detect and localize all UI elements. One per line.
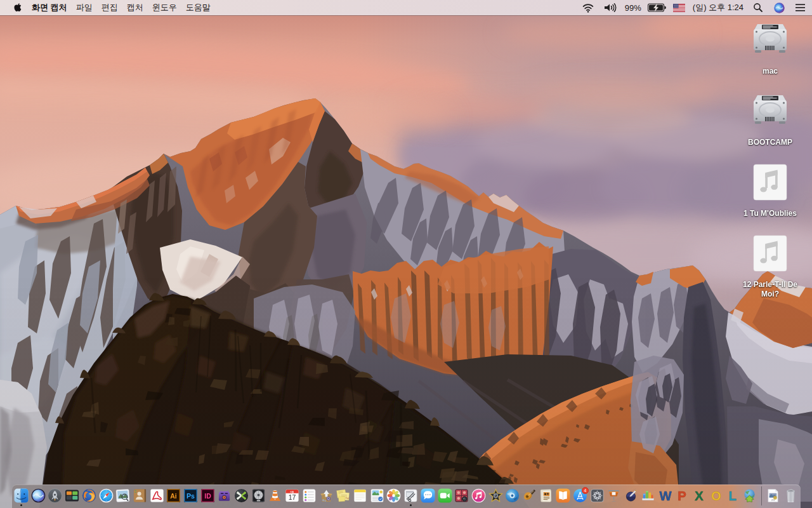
svg-text:6월: 6월 xyxy=(290,490,294,493)
svg-text:X: X xyxy=(695,489,704,503)
svg-text:L: L xyxy=(729,489,737,503)
svg-text:O: O xyxy=(711,489,721,503)
svg-text:P: P xyxy=(678,489,686,503)
svg-text:17: 17 xyxy=(289,493,296,501)
svg-text:Ps: Ps xyxy=(187,492,195,500)
svg-text:Q: Q xyxy=(327,497,331,500)
svg-text:Ai: Ai xyxy=(170,492,177,500)
svg-text:Mgr: Mgr xyxy=(345,497,350,499)
svg-text:JPG: JPG xyxy=(771,499,775,502)
svg-text:W: W xyxy=(659,489,672,503)
svg-text:ID: ID xyxy=(204,492,211,500)
